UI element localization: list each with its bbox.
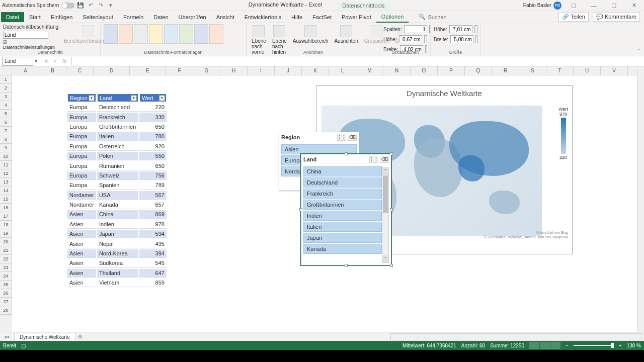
row-header[interactable]: 15 — [0, 195, 12, 204]
tab-start[interactable]: Start — [24, 12, 46, 22]
table-row[interactable]: EuropaDeutschland220 — [67, 103, 167, 112]
column-header[interactable]: D — [94, 66, 130, 75]
multiselect-icon[interactable]: ⋮⋮ — [337, 134, 346, 141]
row-header[interactable]: 19 — [0, 229, 12, 238]
column-header[interactable]: L — [329, 66, 356, 75]
fx-icon[interactable]: fx — [60, 57, 68, 65]
slicer-item[interactable]: Kanada — [303, 244, 382, 254]
table-row[interactable]: EuropaRumänien650 — [67, 161, 167, 170]
button-height-input[interactable] — [399, 35, 422, 43]
row-header[interactable]: 18 — [0, 221, 12, 229]
page-layout-view-icon[interactable] — [540, 342, 550, 349]
row-header[interactable]: 1 — [0, 75, 12, 84]
name-box[interactable]: Land — [2, 57, 33, 66]
spinner[interactable] — [429, 25, 430, 33]
slicer-land[interactable]: Land ⋮⋮ ⌫ ChinaDeutschlandFrankreichGroß… — [301, 154, 391, 265]
row-header[interactable]: 2 — [0, 84, 12, 93]
row-header[interactable]: 25 — [0, 281, 12, 289]
row-header[interactable]: 11 — [0, 161, 12, 169]
enter-formula-icon[interactable]: ✓ — [51, 57, 59, 65]
redo-icon[interactable]: ↷ — [97, 2, 105, 10]
user-account[interactable]: Fabio Basler FB — [523, 2, 561, 10]
table-row[interactable]: EuropaÖsterreich920 — [67, 142, 167, 151]
align-button[interactable]: Ausrichten — [332, 24, 360, 45]
close-icon[interactable]: ✕ — [626, 1, 642, 11]
slicer-item[interactable]: Frankreich — [303, 189, 382, 199]
scroll-up-icon[interactable]: ˄ — [382, 168, 388, 175]
zoom-in-icon[interactable]: + — [619, 343, 622, 348]
search-box[interactable]: 🔍 Suchen — [419, 14, 446, 20]
tab-view[interactable]: Ansicht — [211, 12, 239, 22]
height-input[interactable] — [449, 25, 472, 33]
slicer-item[interactable]: Japan — [303, 233, 382, 243]
table-row[interactable]: NordamerUSA567 — [67, 191, 167, 200]
column-header[interactable]: O — [411, 66, 438, 75]
column-header[interactable]: A — [12, 66, 39, 75]
macro-record-icon[interactable]: ▢ — [21, 343, 26, 348]
tab-insert[interactable]: Einfügen — [46, 12, 77, 22]
width-input[interactable] — [450, 35, 473, 43]
comments-button[interactable]: 💬 Kommentare — [593, 12, 640, 22]
column-header[interactable]: S — [519, 66, 546, 75]
scroll-down-icon[interactable]: ˅ — [382, 255, 388, 262]
table-row[interactable]: EuropaItalien780 — [67, 132, 167, 141]
row-header[interactable]: 9 — [0, 144, 12, 152]
minimize-icon[interactable]: — — [586, 1, 602, 11]
tab-data[interactable]: Daten — [148, 12, 173, 22]
column-header[interactable]: H — [220, 66, 248, 75]
row-header[interactable]: 21 — [0, 246, 12, 255]
slicer-item[interactable]: Deutschland — [303, 177, 382, 188]
row-header[interactable]: 20 — [0, 238, 12, 246]
row-header[interactable]: 6 — [0, 118, 12, 127]
th-wert[interactable]: Wert▾ — [139, 94, 167, 102]
column-header[interactable]: V — [601, 66, 628, 75]
table-row[interactable]: AsienThailand647 — [67, 269, 167, 278]
row-header[interactable]: 28 — [0, 306, 12, 315]
horizontal-scrollbar[interactable] — [390, 333, 642, 340]
row-header[interactable]: 5 — [0, 110, 12, 118]
tab-factset[interactable]: FactSet — [307, 12, 337, 22]
column-header[interactable]: Q — [465, 66, 492, 75]
table-row[interactable]: EuropaGroßbritannien650 — [67, 123, 167, 131]
cancel-formula-icon[interactable]: ✕ — [42, 57, 50, 65]
table-row[interactable]: EuropaSpanien789 — [67, 181, 167, 190]
row-header[interactable]: 7 — [0, 127, 12, 135]
th-region[interactable]: Region▾ — [67, 94, 96, 102]
slicer-style-gallery[interactable] — [104, 24, 223, 44]
slicer-settings[interactable]: ☑ Datenschnitteinstellungen — [3, 40, 60, 50]
page-break-view-icon[interactable] — [550, 342, 560, 349]
tab-file[interactable]: Datei — [1, 12, 24, 22]
collapse-ribbon-icon[interactable]: ˄ — [634, 23, 644, 56]
row-header[interactable]: 3 — [0, 93, 12, 101]
selection-pane-button[interactable]: Auswahlbereich — [291, 24, 331, 45]
row-header[interactable]: 10 — [0, 152, 12, 161]
table-row[interactable]: AsienChina869 — [67, 210, 167, 219]
name-box-dropdown[interactable]: ▾ — [33, 58, 39, 64]
column-header[interactable]: R — [492, 66, 519, 75]
slicer-item[interactable]: Indien — [303, 211, 382, 221]
row-header[interactable]: 27 — [0, 298, 12, 306]
row-header[interactable]: 16 — [0, 204, 12, 212]
filter-icon[interactable]: ▾ — [159, 95, 165, 101]
filter-icon[interactable]: ▾ — [131, 95, 137, 101]
filter-icon[interactable]: ▾ — [89, 95, 95, 101]
normal-view-icon[interactable] — [529, 342, 539, 349]
slicer-item[interactable]: Großbritannien — [303, 200, 382, 210]
row-header[interactable]: 8 — [0, 135, 12, 144]
table-row[interactable]: AsienSüdkorea545 — [67, 259, 167, 267]
table-row[interactable]: AsienJapan594 — [67, 230, 167, 238]
row-header[interactable]: 4 — [0, 101, 12, 110]
tab-help[interactable]: Hilfe — [286, 12, 307, 22]
scroll-thumb[interactable] — [383, 175, 388, 213]
vertical-scrollbar[interactable] — [637, 66, 644, 332]
save-icon[interactable]: 💾 — [76, 2, 85, 10]
clear-filter-icon[interactable]: ⌫ — [380, 156, 389, 163]
spinner[interactable] — [424, 35, 427, 43]
row-header[interactable]: 12 — [0, 169, 12, 178]
table-row[interactable]: EuropaPolen550 — [67, 152, 167, 160]
multiselect-icon[interactable]: ⋮⋮ — [369, 156, 378, 163]
table-row[interactable]: EuropaFrankreich330 — [67, 113, 167, 121]
row-header[interactable]: 24 — [0, 272, 12, 281]
ribbon-display-icon[interactable]: ▢ — [566, 1, 582, 11]
column-header[interactable]: C — [66, 66, 94, 75]
